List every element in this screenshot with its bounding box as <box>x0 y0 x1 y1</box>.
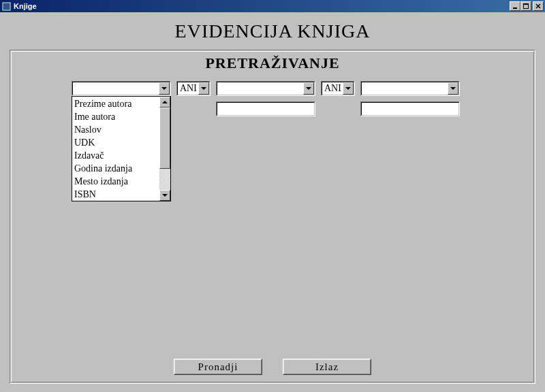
scroll-thumb[interactable] <box>159 108 170 169</box>
chevron-down-icon <box>201 87 206 90</box>
svg-rect-0 <box>2 2 11 11</box>
operator1-combo[interactable] <box>176 81 211 96</box>
field2-input[interactable] <box>217 82 303 95</box>
field1-dropdown-list[interactable]: Prezime autoraIme autoraNaslovUDKIzdavač… <box>72 96 171 201</box>
operator2-drop-button[interactable] <box>343 82 354 95</box>
dropdown-option[interactable]: ISBN <box>73 188 159 201</box>
dropdown-option[interactable]: Izdavač <box>73 149 159 162</box>
field3-input[interactable] <box>362 82 448 95</box>
value3-textbox[interactable] <box>360 101 460 116</box>
search-button[interactable]: Pronadji <box>174 359 262 375</box>
dropdown-option[interactable]: Ime autora <box>73 110 159 123</box>
page-title: EVIDENCIJA KNJIGA <box>0 20 545 42</box>
dropdown-option[interactable]: UDK <box>73 136 159 149</box>
app-icon <box>1 1 11 11</box>
title-bar: Knjige <box>0 0 545 12</box>
dropdown-option[interactable]: Naslov <box>73 123 159 136</box>
dropdown-option[interactable]: Godina izdanja <box>73 162 159 175</box>
close-button[interactable] <box>533 1 544 11</box>
search-frame: PRETRAŽIVANJE <box>10 50 535 384</box>
operator2-combo[interactable] <box>321 81 355 96</box>
scroll-down-button[interactable] <box>159 190 170 201</box>
svg-rect-4 <box>523 3 529 5</box>
window-body: EVIDENCIJA KNJIGA PRETRAŽIVANJE <box>0 12 545 392</box>
value3-input[interactable] <box>362 103 458 115</box>
field3-drop-button[interactable] <box>448 82 458 95</box>
chevron-down-icon <box>345 87 351 90</box>
minimize-button[interactable] <box>510 1 520 11</box>
field1-input[interactable] <box>73 82 159 95</box>
chevron-down-icon <box>161 87 167 90</box>
field1-combo[interactable] <box>72 81 171 96</box>
field2-drop-button[interactable] <box>303 82 314 95</box>
section-title: PRETRAŽIVANJE <box>10 54 535 72</box>
exit-button[interactable]: Izlaz <box>283 359 371 375</box>
operator2-input[interactable] <box>322 82 343 95</box>
operator1-input[interactable] <box>178 82 198 95</box>
scroll-up-button[interactable] <box>159 97 170 108</box>
chevron-up-icon <box>162 101 168 103</box>
field2-combo[interactable] <box>216 81 315 96</box>
chevron-down-icon <box>162 194 168 197</box>
field3-combo[interactable] <box>360 81 460 96</box>
dropdown-option[interactable]: Prezime autora <box>73 97 159 110</box>
dropdown-scrollbar[interactable] <box>159 97 170 201</box>
chevron-down-icon <box>450 87 456 90</box>
dropdown-option[interactable]: Mesto izdanja <box>73 175 159 188</box>
maximize-button[interactable] <box>520 1 531 11</box>
operator1-drop-button[interactable] <box>198 82 209 95</box>
window-title: Knjige <box>14 2 510 10</box>
chevron-down-icon <box>306 87 311 90</box>
svg-rect-2 <box>513 7 517 9</box>
value2-input[interactable] <box>217 103 314 115</box>
value2-textbox[interactable] <box>216 101 315 116</box>
field1-drop-button[interactable] <box>159 82 170 95</box>
